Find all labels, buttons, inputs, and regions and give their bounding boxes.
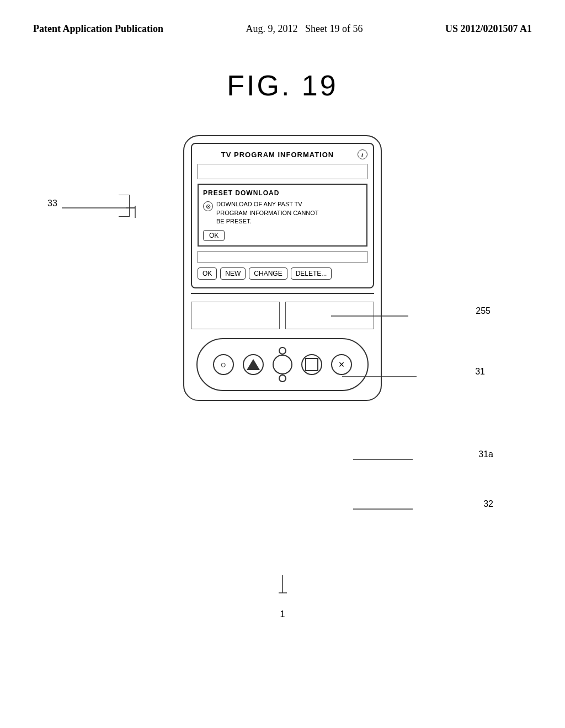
new-button[interactable]: NEW bbox=[220, 267, 246, 280]
square-button[interactable] bbox=[301, 354, 322, 375]
controller-area: ○ × bbox=[196, 338, 369, 391]
sheet-text: Sheet 19 of 56 bbox=[305, 23, 363, 34]
section-divider bbox=[191, 293, 374, 294]
bracket-33 bbox=[119, 195, 130, 217]
bottom-box-left bbox=[191, 302, 280, 329]
display-bar-top bbox=[198, 164, 367, 179]
annotation-31a: 31a bbox=[478, 449, 493, 459]
annotation-1: 1 bbox=[280, 609, 285, 619]
dpad-container bbox=[273, 347, 292, 382]
date-text: Aug. 9, 2012 bbox=[246, 23, 298, 34]
bottom-box-right bbox=[285, 302, 374, 329]
triangle-button[interactable] bbox=[243, 354, 264, 375]
dpad-dot-bottom bbox=[279, 374, 286, 382]
display-bar-bottom bbox=[198, 251, 367, 263]
annotation-33: 33 bbox=[47, 199, 57, 208]
page-header: Patent Application Publication Aug. 9, 2… bbox=[0, 0, 565, 36]
publication-label: Patent Application Publication bbox=[33, 22, 163, 36]
screen-section: TV PROGRAM INFORMATION i PRESET DOWNLOAD… bbox=[191, 143, 374, 288]
info-icon: i bbox=[358, 149, 367, 159]
popup-title: PRESET DOWNLOAD bbox=[203, 189, 362, 197]
patent-number: US 2012/0201507 A1 bbox=[445, 22, 532, 36]
dpad-center-button[interactable] bbox=[273, 355, 292, 374]
popup-message: DOWNLOAD OF ANY PAST TVPROGRAM INFORMATI… bbox=[216, 200, 319, 226]
annotation-32: 32 bbox=[483, 499, 493, 509]
screen-title-text: TV PROGRAM INFORMATION bbox=[198, 151, 358, 159]
button-row: OK NEW CHANGE DELETE... bbox=[198, 267, 367, 280]
popup-ok-button[interactable]: OK bbox=[203, 230, 225, 241]
popup-dialog: PRESET DOWNLOAD ⊗ DOWNLOAD OF ANY PAST T… bbox=[198, 184, 367, 247]
change-button[interactable]: CHANGE bbox=[249, 267, 287, 280]
circle-button[interactable]: ○ bbox=[213, 354, 234, 375]
figure-title: FIG. 19 bbox=[0, 69, 565, 102]
sheet-info: Aug. 9, 2012 Sheet 19 of 56 bbox=[246, 22, 363, 36]
device-body: TV PROGRAM INFORMATION i PRESET DOWNLOAD… bbox=[183, 135, 382, 401]
annotation-255: 255 bbox=[476, 306, 491, 316]
triangle-icon bbox=[247, 359, 260, 370]
ok-button[interactable]: OK bbox=[198, 267, 217, 280]
x-button[interactable]: × bbox=[331, 354, 352, 375]
diagram-area: TV PROGRAM INFORMATION i PRESET DOWNLOAD… bbox=[0, 124, 565, 654]
device-wrapper: TV PROGRAM INFORMATION i PRESET DOWNLOAD… bbox=[183, 135, 382, 401]
annotation-31: 31 bbox=[475, 367, 485, 377]
square-icon bbox=[305, 358, 318, 371]
delete-button[interactable]: DELETE... bbox=[291, 267, 332, 280]
error-icon: ⊗ bbox=[203, 201, 213, 211]
popup-content: ⊗ DOWNLOAD OF ANY PAST TVPROGRAM INFORMA… bbox=[203, 200, 362, 226]
dpad-dot-top bbox=[279, 347, 286, 355]
title-bar: TV PROGRAM INFORMATION i bbox=[198, 149, 367, 159]
bottom-boxes-section bbox=[191, 298, 374, 333]
